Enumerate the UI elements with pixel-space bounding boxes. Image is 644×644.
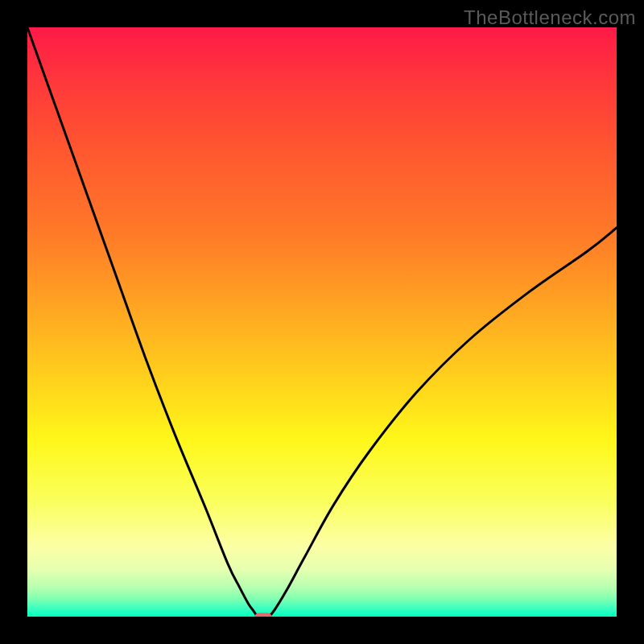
chart-container: TheBottleneck.com [0,0,644,644]
watermark-text: TheBottleneck.com [464,6,636,29]
plot-area [27,27,617,617]
curve-left-branch [27,27,258,617]
curve-right-branch [269,228,617,617]
minimum-marker [254,613,272,617]
bottleneck-curve [27,27,617,617]
